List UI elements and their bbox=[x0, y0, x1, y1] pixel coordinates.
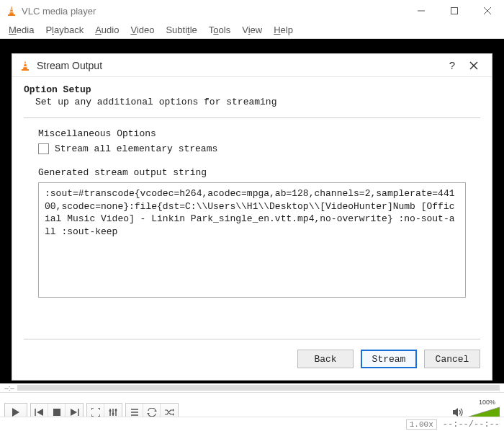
svg-rect-1 bbox=[8, 14, 15, 16]
svg-rect-5 bbox=[451, 8, 458, 14]
option-setup-subheading: Set up any additional options for stream… bbox=[35, 97, 480, 107]
stream-output-dialog: Stream Output ? Option Setup Set up any … bbox=[12, 53, 492, 381]
svg-marker-0 bbox=[9, 6, 14, 14]
vlc-cone-icon bbox=[6, 5, 17, 17]
svg-marker-32 bbox=[173, 413, 174, 416]
dialog-body: Option Setup Set up any additional optio… bbox=[12, 77, 492, 330]
svg-marker-33 bbox=[453, 408, 458, 417]
vlc-cone-icon bbox=[19, 60, 31, 71]
svg-rect-9 bbox=[22, 69, 29, 71]
svg-rect-3 bbox=[10, 12, 14, 12]
svg-point-24 bbox=[112, 412, 114, 414]
divider bbox=[24, 339, 480, 339]
menu-tools[interactable]: Tools bbox=[204, 23, 235, 37]
svg-marker-8 bbox=[23, 61, 27, 69]
stream-button[interactable]: Stream bbox=[361, 350, 417, 368]
svg-marker-29 bbox=[154, 410, 157, 412]
menu-playback[interactable]: Playback bbox=[41, 23, 88, 37]
svg-point-23 bbox=[109, 409, 112, 412]
menubar: Media Playback Audio Video Subtitle Tool… bbox=[0, 22, 504, 39]
svg-rect-11 bbox=[24, 66, 27, 67]
svg-marker-16 bbox=[37, 409, 43, 416]
seek-bar-row: --:-- bbox=[0, 383, 504, 392]
stream-all-row: Stream all elementary streams bbox=[38, 143, 466, 154]
minimize-button[interactable] bbox=[405, 0, 438, 22]
seek-track[interactable] bbox=[17, 385, 500, 391]
menu-help[interactable]: Help bbox=[269, 23, 297, 37]
dialog-help-button[interactable]: ? bbox=[441, 57, 463, 74]
close-button[interactable] bbox=[471, 0, 504, 22]
window-title: VLC media player bbox=[22, 6, 405, 17]
svg-marker-18 bbox=[71, 409, 77, 416]
stream-all-checkbox[interactable] bbox=[38, 143, 49, 154]
volume-percent: 100% bbox=[479, 399, 495, 406]
playback-speed[interactable]: 1.00x bbox=[406, 419, 437, 430]
generated-output-textarea[interactable]: :sout=#transcode{vcodec=h264,acodec=mpga… bbox=[38, 182, 466, 298]
svg-marker-31 bbox=[173, 409, 174, 412]
dialog-titlebar: Stream Output ? bbox=[12, 54, 492, 77]
dialog-footer: Back Stream Cancel bbox=[12, 330, 492, 380]
svg-rect-17 bbox=[53, 409, 60, 416]
option-setup-heading: Option Setup bbox=[24, 84, 480, 95]
svg-marker-30 bbox=[147, 413, 150, 414]
stream-all-label: Stream all elementary streams bbox=[55, 143, 217, 154]
divider bbox=[24, 117, 480, 118]
menu-video[interactable]: Video bbox=[126, 23, 158, 37]
svg-rect-2 bbox=[10, 9, 13, 9]
cancel-button[interactable]: Cancel bbox=[424, 350, 480, 368]
speaker-icon[interactable] bbox=[452, 407, 464, 417]
time-display: --:--/--:-- bbox=[443, 419, 500, 430]
titlebar: VLC media player bbox=[0, 0, 504, 22]
svg-rect-10 bbox=[24, 63, 27, 64]
menu-media[interactable]: Media bbox=[4, 23, 38, 37]
svg-point-25 bbox=[115, 409, 117, 411]
svg-marker-14 bbox=[12, 408, 19, 417]
dialog-title: Stream Output bbox=[37, 60, 441, 71]
maximize-button[interactable] bbox=[438, 0, 471, 22]
dialog-close-button[interactable] bbox=[463, 57, 485, 74]
menu-subtitle[interactable]: Subtitle bbox=[161, 23, 201, 37]
generated-string-label: Generated stream output string bbox=[38, 167, 466, 178]
misc-options-label: Miscellaneous Options bbox=[38, 128, 466, 139]
status-bar: 1.00x --:--/--:-- bbox=[0, 417, 504, 431]
menu-audio[interactable]: Audio bbox=[91, 23, 123, 37]
svg-marker-34 bbox=[467, 407, 500, 417]
back-button[interactable]: Back bbox=[297, 350, 354, 368]
elapsed-time: --:-- bbox=[4, 384, 14, 392]
menu-view[interactable]: View bbox=[238, 23, 266, 37]
